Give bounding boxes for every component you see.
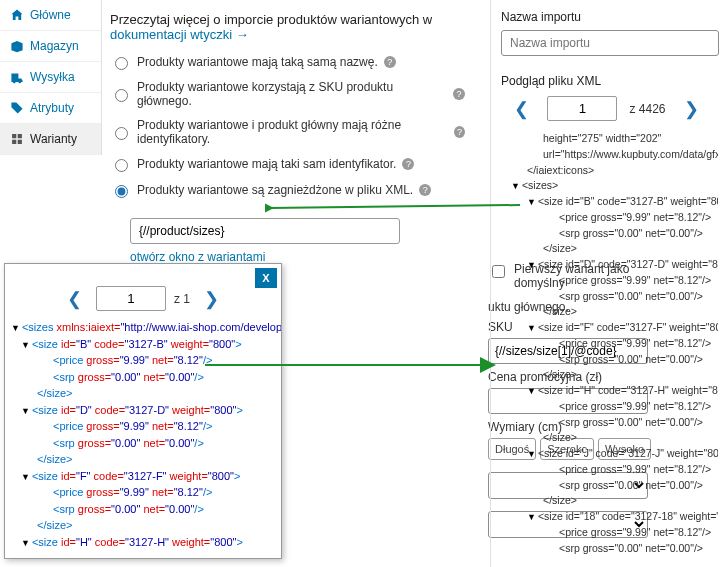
page-input[interactable] xyxy=(96,286,166,311)
section-header: Przeczytaj więcej o imporcie produktów w… xyxy=(110,12,465,42)
hint-icon[interactable]: ? xyxy=(419,184,431,196)
next-icon[interactable]: ❯ xyxy=(194,288,229,310)
sidebar-item-shipping[interactable]: Wysyłka xyxy=(0,62,101,93)
preview-pager: ❮ z 4426 ❯ xyxy=(495,96,718,121)
page-input[interactable] xyxy=(547,96,617,121)
main-panel: Przeczytaj więcej o imporcie produktów w… xyxy=(110,0,465,272)
next-icon[interactable]: ❯ xyxy=(674,98,709,120)
doc-link[interactable]: dokumentacji wtyczki → xyxy=(110,27,249,42)
preview-header: Podgląd pliku XML xyxy=(501,74,718,88)
page-total: z 4426 xyxy=(629,102,665,116)
sidebar-item-label: Atrybuty xyxy=(30,101,74,115)
box-icon xyxy=(10,39,24,53)
hint-icon[interactable]: ? xyxy=(454,126,465,138)
page-total: z 1 xyxy=(174,292,190,306)
xpath-input[interactable] xyxy=(130,218,400,244)
preview-xml: height="275" width="202" url="https://ww… xyxy=(495,131,718,556)
radio-same-name[interactable]: Produkty wariantowe mają taką samą nazwę… xyxy=(110,54,465,70)
import-name-label: Nazwa importu xyxy=(501,10,718,24)
tag-icon xyxy=(10,101,24,115)
sidebar-item-label: Warianty xyxy=(30,132,77,146)
grid-icon xyxy=(10,132,24,146)
close-button[interactable]: X xyxy=(255,268,277,288)
sidebar-item-variants[interactable]: Warianty xyxy=(0,124,101,155)
sidebar-item-label: Magazyn xyxy=(30,39,79,53)
truck-icon xyxy=(10,70,24,84)
sidebar-item-main[interactable]: Główne xyxy=(0,0,101,31)
radio-same-id[interactable]: Produkty wariantowe mają taki sam identy… xyxy=(110,156,465,172)
sidebar-item-label: Wysyłka xyxy=(30,70,75,84)
open-variants-link[interactable]: otwórz okno z wariantami xyxy=(130,250,265,264)
import-name-input[interactable] xyxy=(501,30,719,56)
hint-icon[interactable]: ? xyxy=(453,88,465,100)
popup-xml: ▼<sizes xmlns:iaiext="http://www.iai-sho… xyxy=(5,319,281,556)
prev-icon[interactable]: ❮ xyxy=(504,98,539,120)
hint-icon[interactable]: ? xyxy=(384,56,396,68)
radio-diff-ids[interactable]: Produkty wariantowe i produkt główny maj… xyxy=(110,118,465,146)
right-panel: Nazwa importu Podgląd pliku XML ❮ z 4426… xyxy=(490,0,722,567)
sidebar-item-label: Główne xyxy=(30,8,71,22)
sidebar: Główne Magazyn Wysyłka Atrybuty Warianty xyxy=(0,0,102,155)
hint-icon[interactable]: ? xyxy=(402,158,414,170)
home-icon xyxy=(10,8,24,22)
prev-icon[interactable]: ❮ xyxy=(57,288,92,310)
sidebar-item-warehouse[interactable]: Magazyn xyxy=(0,31,101,62)
radio-nested-xml[interactable]: Produkty wariantowe są zagnieżdżone w pl… xyxy=(110,182,465,198)
radio-parent-sku[interactable]: Produkty wariantowe korzystają z SKU pro… xyxy=(110,80,465,108)
sidebar-item-attributes[interactable]: Atrybuty xyxy=(0,93,101,124)
popup-pager: ❮ z 1 ❯ xyxy=(5,264,281,319)
variants-popup: X ❮ z 1 ❯ ▼<sizes xmlns:iaiext="http://w… xyxy=(4,263,282,559)
